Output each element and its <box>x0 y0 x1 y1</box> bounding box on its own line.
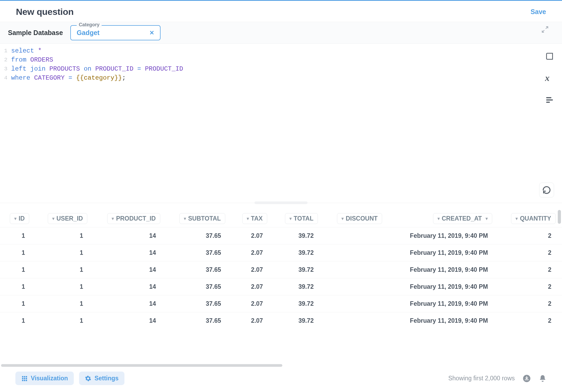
reference-icon[interactable] <box>545 52 554 61</box>
code-content[interactable]: where CATEGORY = {{category}}; <box>11 74 126 83</box>
cell-user_id: 1 <box>36 244 94 261</box>
code-line: 1select * <box>0 46 562 55</box>
cell-quantity: 2 <box>499 261 562 278</box>
filter-chip-label: Category <box>77 22 102 28</box>
chevron-down-icon: ▾ <box>289 216 292 221</box>
column-header-total[interactable]: ▾TOTAL <box>274 210 324 227</box>
column-header-tax[interactable]: ▾TAX <box>232 210 274 227</box>
column-header-discount[interactable]: ▾DISCOUNT <box>324 210 388 227</box>
column-label: TOTAL <box>294 215 314 222</box>
page-title: New question <box>16 7 74 17</box>
column-header-created_at[interactable]: ▾CREATED_AT▾ <box>388 210 499 227</box>
chevron-down-icon: ▾ <box>341 216 344 221</box>
visualization-button[interactable]: Visualization <box>15 372 74 385</box>
close-icon[interactable]: ✕ <box>149 29 154 36</box>
svg-rect-11 <box>26 380 27 381</box>
cell-tax: 2.07 <box>232 261 274 278</box>
table-row[interactable]: 111437.652.0739.72February 11, 2019, 9:4… <box>0 295 562 312</box>
collapse-editor-icon[interactable] <box>541 25 549 34</box>
table-row[interactable]: 111437.652.0739.72February 11, 2019, 9:4… <box>0 278 562 295</box>
cell-tax: 2.07 <box>232 295 274 312</box>
visualization-label: Visualization <box>31 375 68 382</box>
cell-created_at: February 11, 2019, 9:40 PM <box>388 261 499 278</box>
cell-user_id: 1 <box>36 261 94 278</box>
svg-rect-8 <box>26 378 27 379</box>
sql-editor[interactable]: 1select *2from ORDERS3left join PRODUCTS… <box>0 44 562 203</box>
chevron-down-icon: ▾ <box>516 216 518 221</box>
cell-id: 1 <box>0 227 36 244</box>
line-number: 2 <box>0 55 11 64</box>
code-content[interactable]: select * <box>11 46 42 55</box>
svg-rect-9 <box>22 380 23 381</box>
save-button[interactable]: Save <box>531 8 546 16</box>
results-panel: ▾ID▾USER_ID▾PRODUCT_ID▾SUBTOTAL▾TAX▾TOTA… <box>0 203 562 367</box>
chevron-down-icon: ▾ <box>52 216 54 221</box>
table-row[interactable]: 111437.652.0739.72February 11, 2019, 9:4… <box>0 244 562 261</box>
row-count-status: Showing first 2,000 rows <box>448 375 515 382</box>
cell-tax: 2.07 <box>232 227 274 244</box>
cell-discount <box>324 227 388 244</box>
table-row[interactable]: 111437.652.0739.72February 11, 2019, 9:4… <box>0 227 562 244</box>
chevron-down-icon: ▾ <box>438 216 440 221</box>
column-label: ID <box>19 215 25 222</box>
column-header-quantity[interactable]: ▾QUANTITY <box>499 210 562 227</box>
svg-rect-2 <box>546 102 550 103</box>
filter-chip-category[interactable]: Category Gadget ✕ <box>70 25 161 40</box>
cell-user_id: 1 <box>36 295 94 312</box>
code-content[interactable]: left join PRODUCTS on PRODUCT_ID = PRODU… <box>11 64 183 74</box>
variable-icon[interactable]: x <box>545 74 554 83</box>
cell-discount <box>324 261 388 278</box>
cell-quantity: 2 <box>499 278 562 295</box>
cell-discount <box>324 278 388 295</box>
chevron-down-icon: ▾ <box>112 216 114 221</box>
database-selector[interactable]: Sample Database <box>8 29 63 37</box>
svg-rect-7 <box>24 378 25 379</box>
cell-tax: 2.07 <box>232 244 274 261</box>
cell-user_id: 1 <box>36 312 94 329</box>
cell-id: 1 <box>0 261 36 278</box>
column-label: SUBTOTAL <box>188 215 221 222</box>
vertical-scrollbar[interactable] <box>558 210 561 226</box>
column-label: DISCOUNT <box>346 215 378 222</box>
header: New question Save <box>0 1 562 22</box>
line-number: 1 <box>0 46 11 55</box>
column-header-product_id[interactable]: ▾PRODUCT_ID <box>94 210 166 227</box>
download-icon[interactable] <box>523 374 531 382</box>
column-header-id[interactable]: ▾ID <box>0 210 36 227</box>
chevron-down-icon: ▾ <box>184 216 186 221</box>
cell-total: 39.72 <box>274 312 324 329</box>
chevron-down-icon: ▾ <box>14 216 16 221</box>
cell-subtotal: 37.65 <box>167 244 232 261</box>
column-label: PRODUCT_ID <box>116 215 156 222</box>
cell-tax: 2.07 <box>232 278 274 295</box>
cell-subtotal: 37.65 <box>167 227 232 244</box>
column-header-subtotal[interactable]: ▾SUBTOTAL <box>167 210 232 227</box>
column-header-user_id[interactable]: ▾USER_ID <box>36 210 94 227</box>
cell-id: 1 <box>0 278 36 295</box>
snippets-icon[interactable] <box>545 95 554 104</box>
svg-rect-4 <box>24 376 25 377</box>
table-row[interactable]: 111437.652.0739.72February 11, 2019, 9:4… <box>0 261 562 278</box>
column-label: USER_ID <box>57 215 83 222</box>
svg-rect-6 <box>22 378 23 379</box>
cell-total: 39.72 <box>274 227 324 244</box>
cell-created_at: February 11, 2019, 9:40 PM <box>388 244 499 261</box>
cell-subtotal: 37.65 <box>167 278 232 295</box>
refresh-icon <box>542 186 551 195</box>
cell-user_id: 1 <box>36 227 94 244</box>
table-row[interactable]: 111437.652.0739.72February 11, 2019, 9:4… <box>0 312 562 329</box>
cell-total: 39.72 <box>274 295 324 312</box>
cell-created_at: February 11, 2019, 9:40 PM <box>388 295 499 312</box>
code-content[interactable]: from ORDERS <box>11 55 53 64</box>
run-query-button[interactable] <box>539 183 554 197</box>
filter-chip-value: Gadget <box>77 29 100 37</box>
settings-button[interactable]: Settings <box>79 372 124 385</box>
cell-product_id: 14 <box>94 312 166 329</box>
cell-subtotal: 37.65 <box>167 295 232 312</box>
cell-total: 39.72 <box>274 261 324 278</box>
horizontal-scrollbar[interactable] <box>0 364 562 367</box>
cell-quantity: 2 <box>499 244 562 261</box>
cell-discount <box>324 295 388 312</box>
column-label: CREATED_AT <box>442 215 482 222</box>
bell-icon[interactable] <box>539 374 547 382</box>
